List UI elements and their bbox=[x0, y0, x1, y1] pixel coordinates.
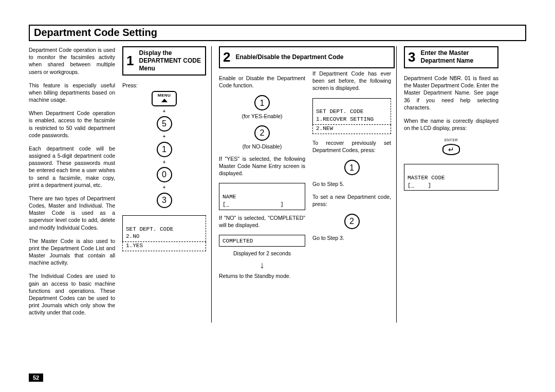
recover-text: To recover previously set Department Cod… bbox=[312, 139, 391, 154]
step-number: 2 bbox=[220, 47, 233, 67]
key-note: (for NO-Disable) bbox=[219, 143, 305, 150]
new-text: To set a new Department code, press: bbox=[312, 193, 391, 208]
step2-left-column: 2 Enable/Disable the Department Code Ena… bbox=[219, 46, 305, 323]
down-arrow-icon: ↓ bbox=[219, 259, 305, 271]
press-label: Press: bbox=[122, 82, 206, 89]
lcd-master: MASTER CODE [_ ] bbox=[404, 164, 498, 191]
step3-p1: Department Code NBR. 01 is fixed as the … bbox=[404, 74, 498, 111]
digit-key: 2 bbox=[254, 125, 270, 141]
intro-p: When Department Code operation is enable… bbox=[29, 109, 115, 139]
digit-key: 2 bbox=[344, 214, 360, 229]
col3-intro: If Department Code has ever been set bef… bbox=[312, 70, 391, 92]
digit-key: 1 bbox=[344, 160, 360, 175]
step-title: Display the DEPARTMENT CODE Menu bbox=[137, 47, 205, 74]
step-number: 3 bbox=[405, 47, 418, 67]
intro-p: The Individual Codes are used to gain an… bbox=[29, 272, 115, 316]
intro-p: Each department code will be assigned a … bbox=[29, 145, 115, 189]
digit-key: 5 bbox=[157, 116, 172, 132]
intro-p: The Master Code is also used to print th… bbox=[29, 237, 115, 267]
plus-icon: + bbox=[122, 159, 206, 166]
key-note: (for YES-Enable) bbox=[219, 113, 305, 120]
step-title: Enter the Master Department Name bbox=[418, 47, 497, 67]
goto3: Go to Step 3. bbox=[312, 234, 391, 241]
goto5: Go to Step 5. bbox=[312, 180, 391, 188]
step3-p2: When the name is correctly displayed on … bbox=[404, 117, 498, 132]
digit-key: 0 bbox=[157, 167, 172, 182]
lcd-display: SET DEPT. CODE 2.NO bbox=[122, 215, 206, 242]
intro-p: There are two types of Department Codes,… bbox=[29, 195, 115, 231]
lcd-set-dept-dashed: 2.NEW bbox=[312, 125, 391, 134]
page-number: 52 bbox=[29, 374, 43, 382]
step2-intro: Enable or Disable the Department Code fu… bbox=[219, 74, 305, 89]
step1-column: 1 Display the DEPARTMENT CODE Menu Press… bbox=[122, 46, 212, 323]
plus-icon: + bbox=[122, 108, 206, 115]
lcd-completed: COMPLETED bbox=[219, 235, 305, 247]
menu-key: MENU bbox=[122, 91, 206, 106]
section-title-bar: Department Code Setting bbox=[29, 25, 526, 41]
content-columns: Department Code operation is used to mon… bbox=[29, 46, 526, 323]
completed-note: Displayed for 2 seconds bbox=[219, 250, 305, 257]
lcd-name: NAME [_ ] bbox=[219, 183, 305, 210]
step-number: 1 bbox=[123, 47, 137, 74]
plus-icon: + bbox=[122, 133, 206, 140]
lcd-set-dept: SET DEPT. CODE 1.RECOVER SETTING bbox=[312, 98, 391, 125]
digit-key: 3 bbox=[157, 193, 172, 208]
digit-key: 1 bbox=[157, 142, 172, 157]
step2-right-column: If Department Code has ever been set bef… bbox=[312, 46, 397, 323]
step3-column: 3 Enter the Master Department Name Depar… bbox=[404, 46, 498, 323]
digit-key: 1 bbox=[254, 95, 270, 110]
step1-header: 1 Display the DEPARTMENT CODE Menu bbox=[122, 46, 206, 76]
section-title: Department Code Setting bbox=[34, 27, 521, 39]
intro-column: Department Code operation is used to mon… bbox=[29, 46, 115, 323]
return-text: Returns to the Standby mode. bbox=[219, 272, 305, 279]
no-text: If "NO" is selected, "COMPLETED" will be… bbox=[219, 214, 305, 229]
enter-key-icon bbox=[442, 144, 460, 155]
lcd-display-dashed: 1.YES bbox=[122, 242, 206, 251]
step3-header: 3 Enter the Master Department Name bbox=[404, 46, 498, 68]
yes-text: If "YES" is selected, the following Mast… bbox=[219, 155, 305, 177]
intro-p: Department Code operation is used to mon… bbox=[29, 46, 115, 76]
intro-p: This feature is especially useful when b… bbox=[29, 82, 115, 104]
enter-label: ENTER bbox=[404, 138, 498, 142]
menu-key-label: MENU bbox=[158, 93, 171, 98]
up-arrow-icon bbox=[161, 99, 168, 102]
plus-icon: + bbox=[122, 184, 206, 191]
